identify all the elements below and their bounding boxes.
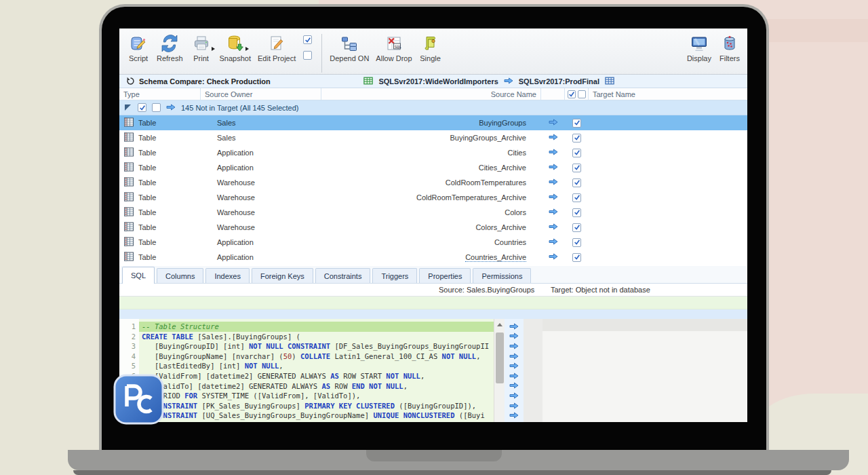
table-row[interactable]: TableApplicationCities bbox=[119, 145, 747, 160]
table-row[interactable]: TableWarehouseColdRoomTemperatures bbox=[119, 175, 747, 190]
row-checkbox[interactable] bbox=[572, 178, 581, 187]
diff-line-arrow-icon[interactable] bbox=[509, 332, 519, 342]
tab-sql[interactable]: SQL bbox=[122, 267, 155, 284]
tab-triggers[interactable]: Triggers bbox=[372, 268, 417, 283]
code-line: [BuyingGroupName] [nvarchar] (50) COLLAT… bbox=[139, 352, 494, 362]
diff-line-arrow-icon[interactable] bbox=[509, 391, 519, 401]
collapse-triangle-icon[interactable] bbox=[125, 104, 131, 111]
row-checkbox[interactable] bbox=[572, 253, 581, 262]
tab-permissions[interactable]: Permissions bbox=[473, 268, 531, 283]
target-sql-editor[interactable] bbox=[542, 319, 747, 422]
toolbar-option-checked[interactable] bbox=[303, 35, 312, 44]
scrollbar-up-icon[interactable] bbox=[496, 320, 504, 328]
table-row[interactable]: TableWarehouseColors_Archive bbox=[119, 220, 747, 235]
row-type: Table bbox=[138, 149, 156, 157]
display-button[interactable]: Display bbox=[684, 33, 715, 64]
line-number: 2 bbox=[119, 332, 136, 342]
row-source-name: Countries_Archive bbox=[465, 253, 526, 262]
row-target-name bbox=[589, 175, 747, 190]
edit-project-button[interactable]: Edit Project bbox=[254, 33, 299, 64]
row-checkbox[interactable] bbox=[572, 193, 581, 202]
compare-databases: SQLSvr2017:WideWorldImporters SQLSvr2017… bbox=[363, 76, 614, 87]
row-checkbox[interactable] bbox=[572, 223, 581, 232]
source-sql-editor[interactable]: -- Table StructureCREATE TABLE [Sales].[… bbox=[139, 319, 494, 422]
row-source-owner: Application bbox=[201, 145, 321, 160]
column-header-type[interactable]: Type bbox=[119, 88, 201, 100]
compare-refresh-icon[interactable] bbox=[126, 77, 135, 86]
tab-constraints[interactable]: Constraints bbox=[315, 268, 371, 283]
table-row[interactable]: TableSalesBuyingGroups bbox=[119, 115, 747, 130]
column-header-source-owner[interactable]: Source Owner bbox=[201, 88, 321, 100]
table-row[interactable]: TableApplicationCities_Archive bbox=[119, 160, 747, 175]
refresh-icon bbox=[161, 34, 179, 52]
diff-line-arrow-icon[interactable] bbox=[509, 401, 519, 411]
diff-summary-band bbox=[119, 297, 747, 309]
diff-line-arrow-icon[interactable] bbox=[509, 411, 519, 421]
table-row[interactable]: TableApplicationCountries bbox=[119, 235, 747, 250]
row-source-owner: Warehouse bbox=[201, 205, 321, 220]
refresh-button[interactable]: Refresh bbox=[153, 33, 186, 64]
script-button[interactable]: Script bbox=[123, 33, 153, 64]
print-button[interactable]: Print bbox=[186, 33, 216, 64]
table-row[interactable]: TableApplicationCountries_Archive bbox=[119, 250, 747, 265]
header-checkbox-unchecked[interactable] bbox=[578, 90, 586, 98]
table-row[interactable]: TableWarehouseColdRoomTemperatures_Archi… bbox=[119, 190, 747, 205]
editor-scrollbar[interactable] bbox=[494, 319, 505, 422]
row-direction-arrow-icon bbox=[549, 178, 558, 187]
dropdown-caret-icon[interactable] bbox=[245, 47, 249, 51]
snapshot-icon bbox=[226, 34, 244, 52]
table-row[interactable]: TableSalesBuyingGroups_Archive bbox=[119, 130, 747, 145]
tab-columns[interactable]: Columns bbox=[157, 268, 203, 283]
scrollbar-thumb[interactable] bbox=[496, 332, 504, 383]
filters-button[interactable]: Filters bbox=[715, 33, 745, 64]
diff-line-arrow-icon[interactable] bbox=[509, 361, 519, 371]
diff-line-arrow-icon[interactable] bbox=[509, 381, 519, 392]
allow-drop-button[interactable]: SQLAllow Drop bbox=[372, 33, 415, 64]
column-header-checkbox[interactable] bbox=[565, 88, 589, 100]
row-type: Table bbox=[138, 238, 156, 246]
row-source-name: Cities bbox=[507, 149, 526, 157]
row-checkbox[interactable] bbox=[572, 119, 581, 128]
row-target-name bbox=[589, 250, 747, 265]
column-header-target-name[interactable]: Target Name bbox=[589, 88, 747, 100]
diff-line-arrow-icon[interactable] bbox=[509, 371, 519, 381]
row-checkbox[interactable] bbox=[572, 134, 581, 142]
dropdown-caret-icon[interactable] bbox=[212, 47, 215, 51]
table-row[interactable]: TableWarehouseColors bbox=[119, 205, 747, 220]
toolbar-check-options bbox=[299, 33, 317, 60]
tab-foreign-keys[interactable]: Foreign Keys bbox=[252, 268, 313, 283]
code-line: [BuyingGroupID] [int] NOT NULL CONSTRAIN… bbox=[139, 341, 494, 352]
header-checkbox-checked[interactable] bbox=[568, 90, 576, 98]
column-header-direction[interactable] bbox=[541, 88, 565, 100]
diff-line-arrow-icon[interactable] bbox=[509, 322, 519, 332]
group-checkbox-checked[interactable] bbox=[138, 103, 146, 112]
row-direction-arrow-icon bbox=[549, 119, 558, 128]
depend-on-button[interactable]: Depend ON bbox=[326, 33, 372, 64]
row-target-name bbox=[589, 130, 747, 145]
row-checkbox[interactable] bbox=[572, 164, 581, 172]
toolbar-option-unchecked[interactable] bbox=[303, 51, 312, 60]
row-target-name bbox=[589, 190, 747, 205]
code-line: [ValidTo] [datetime2] GENERATED ALWAYS A… bbox=[139, 381, 494, 392]
row-target-name bbox=[589, 235, 747, 250]
tab-indexes[interactable]: Indexes bbox=[205, 268, 250, 283]
diff-line-arrow-icon[interactable] bbox=[509, 341, 519, 352]
compare-direction-arrow-icon bbox=[504, 77, 513, 85]
snapshot-button[interactable]: Snapshot bbox=[216, 33, 254, 64]
group-label: 145 Not in Target (All 145 Selected) bbox=[181, 104, 298, 112]
group-checkbox-unchecked[interactable] bbox=[152, 103, 161, 112]
svg-text:SQL: SQL bbox=[395, 44, 402, 48]
filters-icon bbox=[721, 34, 739, 52]
group-row-not-in-target[interactable]: 145 Not in Target (All 145 Selected) bbox=[119, 100, 747, 115]
row-checkbox[interactable] bbox=[572, 238, 581, 247]
row-direction-arrow-icon bbox=[549, 238, 558, 247]
tab-properties[interactable]: Properties bbox=[419, 268, 471, 283]
diff-line-arrow-icon[interactable] bbox=[509, 352, 519, 362]
code-line: [ValidFrom] [datetime2] GENERATED ALWAYS… bbox=[139, 371, 494, 381]
target-db-icon bbox=[605, 76, 614, 87]
single-button[interactable]: Single bbox=[416, 33, 446, 64]
column-header-source-name[interactable]: Source Name bbox=[321, 88, 541, 100]
row-checkbox[interactable] bbox=[572, 208, 581, 217]
row-direction-arrow-icon bbox=[549, 164, 558, 172]
row-checkbox[interactable] bbox=[572, 149, 581, 157]
